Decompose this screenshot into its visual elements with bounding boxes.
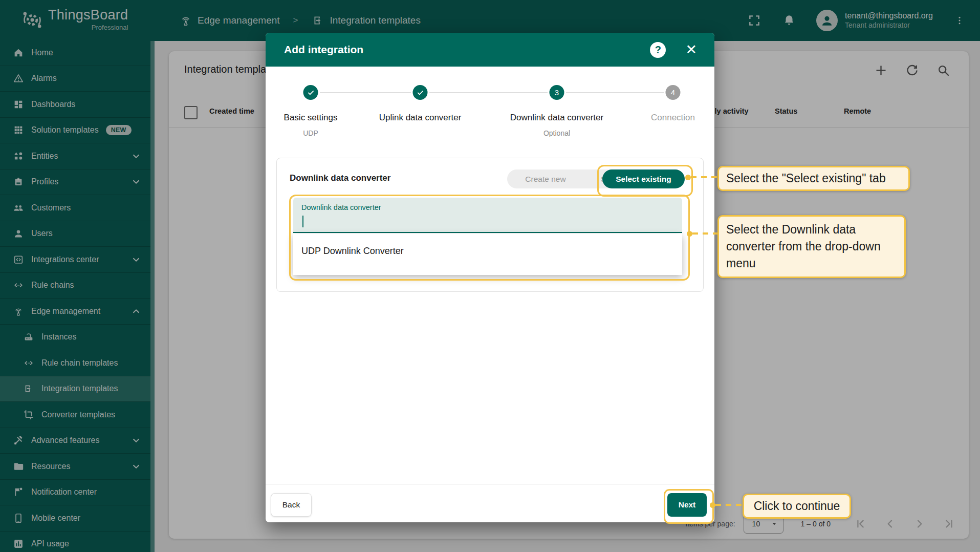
stepper-line <box>566 92 664 93</box>
dialog-header: Add integration ? ✕ <box>266 33 714 67</box>
back-button[interactable]: Back <box>271 493 312 517</box>
close-icon[interactable]: ✕ <box>685 43 697 57</box>
check-icon <box>416 89 424 97</box>
step-3-indicator[interactable]: 3 <box>550 85 564 100</box>
dropdown-option-udp-downlink-converter[interactable]: UDP Downlink Converter <box>293 234 682 268</box>
stepper-line <box>429 92 548 93</box>
field-label: Downlink data converter <box>301 203 381 211</box>
downlink-converter-field[interactable]: Downlink data converter <box>293 198 682 233</box>
step-3-label: Downlink data converter <box>510 113 603 123</box>
text-caret <box>302 216 303 227</box>
next-button[interactable]: Next <box>667 493 707 517</box>
app-window: ThingsBoard Professional Home Alarms Das… <box>0 0 980 552</box>
help-icon[interactable]: ? <box>650 42 666 58</box>
tab-create-new[interactable]: Create new <box>507 175 584 184</box>
step-2-indicator[interactable] <box>413 85 428 100</box>
downlink-converter-section: Downlink data converter Create new Skip … <box>276 158 704 292</box>
check-icon <box>307 89 315 97</box>
annotation-select-downlink-converter: Select the Downlink data converter from … <box>717 215 906 278</box>
connector-dot <box>685 175 691 180</box>
connector-dot <box>687 231 692 237</box>
connector-dash <box>692 232 717 235</box>
connector-dash <box>691 176 717 178</box>
step-4-label: Connection <box>651 113 695 123</box>
add-integration-dialog: Add integration ? ✕ 3 4 Basic settings U… <box>266 33 714 522</box>
tab-select-existing[interactable]: Select existing <box>602 169 685 188</box>
annotation-click-to-continue: Click to continue <box>743 494 851 519</box>
converter-mode-tabs: Create new Skip Select existing <box>507 169 685 188</box>
step-1-sublabel: UDP <box>303 129 318 137</box>
converter-dropdown: UDP Downlink Converter <box>293 234 682 275</box>
step-1-label: Basic settings <box>284 113 338 123</box>
annotation-select-existing-tab: Select the "Select existing" tab <box>717 166 910 191</box>
step-3-sublabel: Optional <box>543 129 570 137</box>
step-1-indicator[interactable] <box>303 85 318 100</box>
dialog-title: Add integration <box>284 44 650 56</box>
step-2-label: Uplink data converter <box>379 113 462 123</box>
stepper-line <box>320 92 411 93</box>
connector-dash <box>715 504 743 506</box>
connector-dot <box>710 502 715 508</box>
step-4-indicator[interactable]: 4 <box>666 85 681 100</box>
footer-divider <box>266 484 714 484</box>
section-title: Downlink data converter <box>290 173 390 183</box>
